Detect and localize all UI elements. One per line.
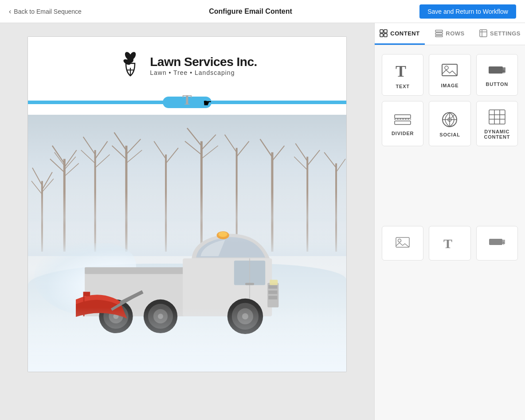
logo-container: Lawn Services Inc. Lawn • Tree • Landsca…	[117, 50, 257, 81]
logo-name: Lawn Services Inc.	[150, 55, 257, 69]
sidebar: CONTENT ROWS	[374, 23, 525, 420]
svg-rect-62	[270, 280, 278, 285]
svg-line-41	[272, 146, 284, 161]
svg-rect-51	[85, 267, 196, 274]
svg-line-43	[295, 144, 307, 161]
tab-content[interactable]: CONTENT	[375, 23, 425, 45]
content-tab-icon	[380, 29, 388, 37]
svg-rect-82	[384, 34, 387, 37]
logo-tagline: Lawn • Tree • Landscaping	[150, 69, 257, 76]
image-small-icon	[396, 237, 410, 250]
svg-rect-85	[435, 35, 443, 37]
social-icon	[442, 112, 458, 128]
svg-rect-95	[395, 121, 411, 124]
canvas-area: Lawn Services Inc. Lawn • Tree • Landsca…	[0, 23, 374, 420]
logo-icon	[117, 50, 144, 81]
svg-rect-83	[435, 30, 443, 32]
content-item-text[interactable]: T TEXT	[382, 54, 423, 96]
email-logo-section: Lawn Services Inc. Lawn • Tree • Landsca…	[28, 37, 346, 90]
social-item-label: SOCIAL	[439, 132, 460, 137]
tab-rows-label: ROWS	[446, 30, 464, 37]
svg-line-19	[83, 137, 95, 155]
text-drag-icon: T	[182, 92, 192, 108]
svg-rect-110	[489, 239, 502, 245]
tab-rows[interactable]: ROWS	[425, 23, 475, 45]
tab-settings-label: SETTINGS	[490, 30, 521, 37]
content-grid: T TEXT IMAGE	[382, 54, 518, 146]
svg-line-30	[166, 148, 178, 163]
svg-line-29	[154, 141, 166, 159]
svg-line-24	[114, 132, 126, 150]
dynamic-content-item-label: DYNAMIC CONTENT	[481, 129, 513, 140]
back-button[interactable]: ‹ Back to Email Sequence	[9, 8, 82, 16]
svg-line-40	[260, 139, 272, 157]
save-button[interactable]: Save and Return to Workflow	[419, 4, 516, 19]
svg-point-108	[398, 239, 401, 242]
email-image-section	[28, 115, 346, 372]
svg-rect-55	[245, 283, 254, 285]
content-item-divider[interactable]: DIVIDER	[382, 101, 423, 146]
button-icon	[488, 65, 506, 77]
svg-line-44	[307, 150, 320, 166]
text-item-label: TEXT	[396, 84, 410, 89]
content-item-button-small[interactable]	[476, 226, 518, 261]
content-item-button[interactable]: BUTTON	[476, 54, 518, 96]
svg-line-48	[336, 159, 345, 172]
content-item-social[interactable]: SOCIAL	[429, 101, 470, 146]
drag-cursor-icon: ☛	[203, 97, 212, 109]
snow-fog	[28, 307, 346, 372]
svg-rect-79	[380, 30, 383, 33]
back-arrow-icon: ‹	[9, 8, 11, 16]
svg-rect-84	[435, 33, 443, 35]
tab-content-label: CONTENT	[390, 30, 419, 37]
text-small-icon: T	[443, 236, 457, 251]
text-icon: T	[395, 62, 411, 79]
image-icon	[442, 63, 458, 78]
content-item-dynamic[interactable]: DYNAMIC CONTENT	[476, 101, 518, 146]
svg-point-3	[127, 57, 133, 63]
svg-rect-80	[384, 30, 387, 33]
content-grid-small: T	[382, 226, 518, 261]
svg-rect-60	[268, 290, 277, 294]
svg-line-13	[64, 150, 77, 168]
svg-line-20	[95, 141, 108, 159]
svg-line-33	[201, 135, 216, 150]
sidebar-content: T TEXT IMAGE	[375, 45, 525, 420]
svg-line-10	[42, 179, 54, 192]
header: ‹ Back to Email Sequence Configure Email…	[0, 0, 525, 23]
svg-line-32	[187, 128, 201, 146]
button-item-label: BUTTON	[486, 82, 508, 87]
svg-rect-90	[442, 64, 457, 76]
sidebar-tabs: CONTENT ROWS	[375, 23, 525, 45]
svg-text:T: T	[443, 236, 452, 251]
content-item-text-small[interactable]: T	[429, 226, 470, 261]
image-item-label: IMAGE	[441, 83, 458, 88]
svg-rect-92	[489, 66, 503, 74]
content-item-image-small[interactable]	[382, 226, 423, 261]
back-label: Back to Email Sequence	[14, 8, 82, 15]
svg-rect-78	[84, 292, 90, 296]
snow-scene	[28, 115, 346, 372]
svg-line-12	[52, 146, 64, 163]
email-canvas: Lawn Services Inc. Lawn • Tree • Landsca…	[27, 36, 347, 372]
divider-icon	[394, 113, 411, 126]
dynamic-content-icon	[489, 109, 505, 124]
button-small-icon	[489, 237, 505, 249]
svg-line-38	[237, 141, 249, 157]
content-item-image[interactable]: IMAGE	[429, 54, 470, 96]
svg-rect-86	[480, 30, 487, 37]
rows-tab-icon	[435, 29, 443, 37]
svg-line-16	[55, 152, 64, 166]
mist-overlay	[28, 192, 346, 243]
svg-line-8	[42, 172, 52, 190]
svg-text:T: T	[396, 62, 406, 79]
svg-line-37	[225, 135, 237, 152]
divider-drag-row[interactable]: T ☛	[28, 90, 346, 115]
svg-rect-61	[268, 296, 277, 299]
main-layout: Lawn Services Inc. Lawn • Tree • Landsca…	[0, 23, 525, 420]
logo-text-block: Lawn Services Inc. Lawn • Tree • Landsca…	[150, 55, 257, 76]
tab-settings[interactable]: SETTINGS	[475, 23, 525, 45]
svg-line-47	[324, 152, 336, 168]
divider-item-label: DIVIDER	[392, 131, 414, 136]
page-title: Configure Email Content	[209, 8, 292, 16]
